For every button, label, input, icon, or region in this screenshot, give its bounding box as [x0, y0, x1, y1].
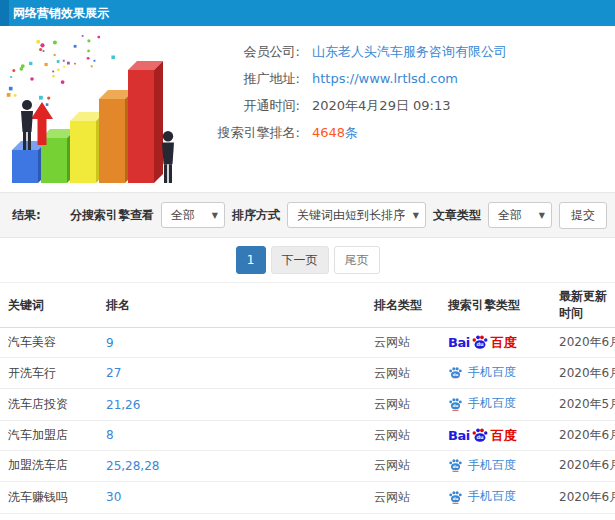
- open-time-row: 开通时间: 2020年4月29日 09:13: [192, 92, 615, 119]
- updated-time-cell: 2020年6月18日 14:27: [551, 513, 615, 520]
- keyword-cell: 洗车店利润: [0, 513, 98, 520]
- table-row: 洗车赚钱吗30云网站du手机百度2020年6月20日 16:12: [0, 482, 615, 513]
- mobile-baidu-logo: du手机百度: [448, 488, 516, 505]
- open-time-label: 开通时间:: [192, 97, 300, 115]
- open-time-value: 2020年4月29日 09:13: [312, 97, 451, 115]
- next-page-button[interactable]: 下一页: [271, 246, 329, 274]
- caret-down-icon: ▼: [413, 203, 419, 229]
- title-bar: 网络营销效果展示: [0, 0, 615, 26]
- svg-text:du: du: [453, 372, 459, 377]
- baidu-paw-icon: du: [471, 334, 489, 351]
- rank-cell: 21,26: [98, 389, 366, 420]
- sort-filter-value: 关键词由短到长排序: [297, 208, 405, 222]
- result-label: 结果:: [8, 207, 41, 224]
- rank-type-text: 云网站: [374, 428, 410, 442]
- updated-time-cell: 2020年6月20日 16:11: [551, 450, 615, 481]
- rank-link[interactable]: 27: [106, 366, 121, 380]
- table-row: 洗车店投资21,26云网站du手机百度2020年5月27日 14:58: [0, 389, 615, 420]
- article-type-value: 全部: [498, 208, 522, 222]
- engine-filter-select[interactable]: 全部 ▼: [161, 202, 225, 228]
- engine-type-cell: du手机百度: [440, 450, 551, 481]
- member-company-label: 会员公司:: [192, 43, 300, 61]
- table-row: 加盟洗车店25,28,28云网站du手机百度2020年6月20日 16:11: [0, 450, 615, 481]
- baidu-paw-icon: du: [448, 490, 463, 504]
- results-table: 关键词排名排名类型搜索引擎类型最新更新时间 汽车美容9云网站Baidu百度202…: [0, 282, 615, 520]
- company-info-list: 会员公司: 山东老人头汽车服务咨询有限公司 推广地址: https://www.…: [192, 26, 615, 146]
- last-page-button[interactable]: 尾页: [334, 246, 380, 274]
- column-header-rank-type: 排名类型: [366, 283, 440, 328]
- page-button-1[interactable]: 1: [236, 246, 266, 274]
- table-row: 洗车店利润30云网站du手机百度2020年6月18日 14:27: [0, 513, 615, 520]
- engine-type-cell: du手机百度: [440, 513, 551, 520]
- sort-filter-label: 排序方式: [232, 207, 280, 224]
- rank-type-cell: 云网站: [366, 328, 440, 358]
- rank-cell: 25,28,28: [98, 450, 366, 481]
- rank-type-cell: 云网站: [366, 450, 440, 481]
- baidu-paw-icon: du: [471, 427, 489, 444]
- rank-type-text: 云网站: [374, 490, 410, 504]
- mobile-baidu-logo: du手机百度: [448, 364, 516, 381]
- rank-cell: 9: [98, 328, 366, 358]
- promo-url-label: 推广地址:: [192, 70, 300, 88]
- keyword-text: 开洗车行: [8, 366, 56, 380]
- engine-type-cell: du手机百度: [440, 389, 551, 420]
- submit-button[interactable]: 提交: [559, 202, 607, 229]
- rank-type-cell: 云网站: [366, 420, 440, 450]
- table-row: 汽车美容9云网站Baidu百度2020年6月5日 11:24: [0, 328, 615, 358]
- bar-chart-illustration: [0, 26, 190, 192]
- member-company-row: 会员公司: 山东老人头汽车服务咨询有限公司: [192, 38, 615, 65]
- baidu-paw-icon: du: [448, 397, 463, 411]
- page-title: 网络营销效果展示: [13, 6, 109, 20]
- rank-link[interactable]: 25,28,28: [106, 459, 159, 473]
- filter-group: 分搜索引擎查看 全部 ▼ 排序方式 关键词由短到长排序 ▼ 文章类型 全部 ▼ …: [70, 202, 607, 229]
- rank-type-text: 云网站: [374, 366, 410, 380]
- column-header-keyword: 关键词: [0, 283, 98, 328]
- rank-cell: 27: [98, 358, 366, 389]
- mobile-baidu-logo: du手机百度: [448, 457, 516, 474]
- table-row: 汽车加盟店8云网站Baidu百度2020年6月20日 16:12: [0, 420, 615, 450]
- rank-type-text: 云网站: [374, 335, 410, 349]
- rank-cell: 8: [98, 420, 366, 450]
- keyword-text: 洗车赚钱吗: [8, 490, 68, 504]
- updated-time-text: 2020年6月20日 16:16: [559, 366, 615, 380]
- updated-time-cell: 2020年6月5日 11:24: [551, 328, 615, 358]
- engine-rank-row: 搜索引擎排名: 4648 条: [192, 119, 615, 146]
- updated-time-cell: 2020年6月20日 16:12: [551, 482, 615, 513]
- sort-filter-select[interactable]: 关键词由短到长排序 ▼: [287, 202, 426, 228]
- rank-link[interactable]: 9: [106, 336, 114, 350]
- filter-bar: 结果: 分搜索引擎查看 全部 ▼ 排序方式 关键词由短到长排序 ▼ 文章类型 全…: [0, 192, 615, 238]
- baidu-paw-icon: du: [448, 458, 463, 472]
- keyword-cell: 汽车加盟店: [0, 420, 98, 450]
- engine-rank-count: 4648: [312, 125, 345, 140]
- updated-time-cell: 2020年6月20日 16:16: [551, 358, 615, 389]
- article-type-label: 文章类型: [433, 207, 481, 224]
- engine-rank-unit: 条: [345, 124, 358, 142]
- engine-rank-label: 搜索引擎排名:: [192, 124, 300, 142]
- promo-url-row: 推广地址: https://www.lrtlsd.com: [192, 65, 615, 92]
- column-header-updated: 最新更新时间: [551, 283, 615, 328]
- keyword-text: 加盟洗车店: [8, 458, 68, 472]
- updated-time-text: 2020年6月20日 16:12: [559, 490, 615, 504]
- article-type-select[interactable]: 全部 ▼: [488, 202, 552, 228]
- updated-time-text: 2020年6月20日 16:12: [559, 428, 615, 442]
- keyword-text: 汽车加盟店: [8, 428, 68, 442]
- column-header-rank: 排名: [98, 283, 366, 328]
- promo-url-link[interactable]: https://www.lrtlsd.com: [312, 71, 458, 86]
- keyword-cell: 汽车美容: [0, 328, 98, 358]
- rank-link[interactable]: 21,26: [106, 398, 140, 412]
- keyword-text: 汽车美容: [8, 335, 56, 349]
- updated-time-text: 2020年6月5日 11:24: [559, 335, 615, 349]
- keyword-text: 洗车店投资: [8, 397, 68, 411]
- pagination: 1 下一页 尾页: [0, 238, 615, 282]
- keyword-cell: 加盟洗车店: [0, 450, 98, 481]
- member-company-link[interactable]: 山东老人头汽车服务咨询有限公司: [312, 43, 507, 61]
- rank-type-text: 云网站: [374, 397, 410, 411]
- rank-link[interactable]: 30: [106, 490, 121, 504]
- rank-type-cell: 云网站: [366, 389, 440, 420]
- svg-text:du: du: [453, 465, 459, 470]
- mobile-baidu-logo: du手机百度: [448, 395, 516, 412]
- rank-type-cell: 云网站: [366, 358, 440, 389]
- rank-type-cell: 云网站: [366, 513, 440, 520]
- baidu-logo: Baidu百度: [448, 427, 517, 444]
- rank-link[interactable]: 8: [106, 428, 114, 442]
